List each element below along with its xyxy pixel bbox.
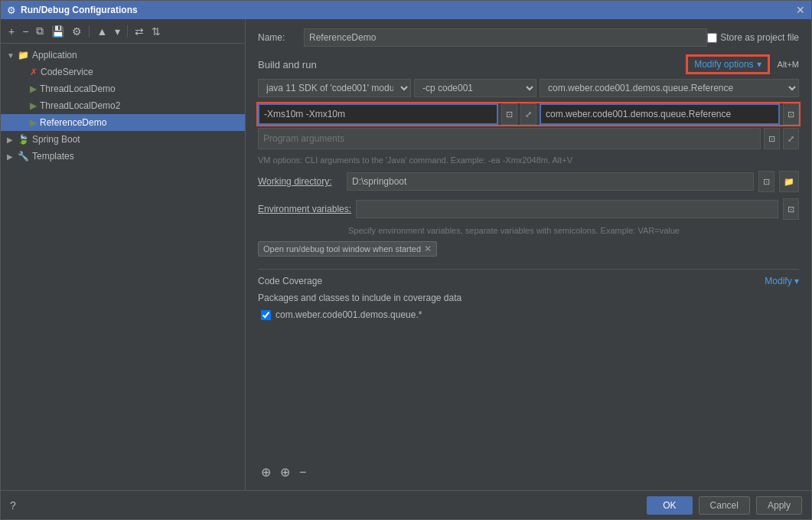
- modify-options-group: Modify options ▾ Alt+M: [687, 56, 799, 73]
- modify-options-button[interactable]: Modify options ▾: [687, 56, 768, 73]
- threadlocaldemo-icon: ▶: [30, 83, 37, 94]
- main-class-select[interactable]: com.weber.code001.demos.queue.Reference: [540, 79, 799, 97]
- env-vars-row: Environment variables: ⊡: [258, 198, 799, 220]
- group-springboot-label: Spring Boot: [32, 134, 80, 145]
- store-checkbox-row: Store as project file: [707, 32, 799, 43]
- program-args-row: ⊡ ⤢: [258, 128, 799, 152]
- config-codeservice[interactable]: ✗ CodeService: [1, 64, 245, 80]
- sdk-select[interactable]: java 11 SDK of 'code001' modu: [258, 79, 411, 97]
- remove-config-button[interactable]: −: [19, 24, 31, 39]
- working-dir-label: Working directory:: [258, 176, 342, 187]
- dialog-title: Run/Debug Configurations: [21, 5, 138, 15]
- main-copy-button[interactable]: ⊡: [783, 103, 799, 125]
- build-run-title: Build and run: [258, 59, 317, 70]
- group-application-label: Application: [32, 50, 77, 61]
- working-dir-browse-button[interactable]: 📁: [779, 171, 799, 192]
- group-springboot[interactable]: ▶ 🍃 Spring Boot: [1, 131, 245, 148]
- program-args-input[interactable]: [258, 128, 761, 149]
- close-button[interactable]: ✕: [796, 4, 805, 16]
- packages-label: Packages and classes to include in cover…: [258, 293, 799, 303]
- threadlocaldemo-label: ThreadLocalDemo: [40, 83, 116, 94]
- sort-button[interactable]: ⇄: [132, 24, 147, 39]
- toolbar: + − ⧉ 💾 ⚙ ▲ ▾ ⇄ ⇅: [1, 19, 245, 44]
- working-dir-copy-button[interactable]: ⊡: [758, 171, 774, 192]
- env-vars-edit-button[interactable]: ⊡: [783, 198, 799, 220]
- open-tool-tag-label: Open run/debug tool window when started: [263, 244, 421, 253]
- open-tool-tag: Open run/debug tool window when started …: [258, 241, 437, 257]
- right-panel: Name: Store as project file Build and ru…: [246, 19, 811, 490]
- save-config-button[interactable]: 💾: [48, 24, 67, 39]
- move-down-button[interactable]: ▾: [112, 24, 123, 39]
- left-panel: + − ⧉ 💾 ⚙ ▲ ▾ ⇄ ⇅ ▼ 📁 Application: [1, 19, 246, 490]
- toolbar-separator2: [127, 25, 128, 38]
- expand-arrow-springboot: ▶: [7, 136, 18, 144]
- codeservice-icon: ✗: [30, 67, 38, 77]
- name-row: Name: Store as project file: [258, 28, 799, 47]
- package-label: com.weber.code001.demos.queue.*: [276, 309, 422, 320]
- application-group-icon: 📁: [18, 50, 29, 61]
- title-bar: ⚙ Run/Debug Configurations ✕: [1, 1, 811, 19]
- cancel-button[interactable]: Cancel: [699, 496, 750, 515]
- referencedemo-icon: ▶: [30, 117, 37, 128]
- working-dir-input[interactable]: [347, 172, 754, 191]
- name-input[interactable]: [304, 28, 707, 47]
- env-vars-hint: Specify environment variables, separate …: [258, 226, 799, 235]
- dialog-buttons: OK Cancel Apply: [647, 496, 802, 515]
- expand-arrow-application: ▼: [7, 51, 18, 60]
- args-copy-button[interactable]: ⊡: [764, 128, 780, 149]
- coverage-modify-arrow: ▾: [794, 276, 799, 286]
- package-item: com.weber.code001.demos.queue.*: [258, 308, 799, 322]
- referencedemo-label: ReferenceDemo: [40, 117, 106, 128]
- expand-arrow-templates: ▶: [7, 152, 18, 161]
- bottom-buttons-row: ⊕ ⊕ −: [258, 463, 799, 481]
- cp-select[interactable]: -cp code001: [414, 79, 536, 97]
- vm-copy-button[interactable]: ⊡: [501, 103, 517, 125]
- add-config-button[interactable]: +: [5, 24, 18, 39]
- add-package-button[interactable]: ⊕: [258, 463, 274, 481]
- store-checkbox[interactable]: [707, 33, 717, 43]
- open-tool-tag-close[interactable]: ✕: [424, 244, 432, 254]
- env-vars-label: Environment variables:: [258, 204, 351, 214]
- group-application[interactable]: ▼ 📁 Application: [1, 47, 245, 64]
- build-run-header: Build and run Modify options ▾ Alt+M: [258, 56, 799, 73]
- dialog-icon: ⚙: [7, 5, 16, 16]
- remove-package-button[interactable]: −: [296, 464, 309, 481]
- modify-options-label: Modify options: [694, 59, 753, 70]
- group-templates[interactable]: ▶ 🔧 Templates: [1, 148, 245, 165]
- ok-button[interactable]: OK: [647, 496, 692, 515]
- args-expand-button[interactable]: ⤢: [783, 128, 799, 149]
- config-threadlocaldemo[interactable]: ▶ ThreadLocalDemo: [1, 80, 245, 97]
- sort2-button[interactable]: ⇅: [148, 24, 164, 39]
- threadlocaldemo2-icon: ▶: [30, 100, 37, 111]
- config-threadlocaldemo2[interactable]: ▶ ThreadLocalDemo2: [1, 97, 245, 114]
- sdk-row: java 11 SDK of 'code001' modu -cp code00…: [258, 79, 799, 97]
- main-class-input[interactable]: [540, 103, 780, 125]
- coverage-modify-button[interactable]: Modify ▾: [765, 276, 799, 286]
- modify-options-shortcut: Alt+M: [778, 60, 799, 69]
- move-up-button[interactable]: ▲: [93, 24, 110, 39]
- toolbar-separator: [89, 25, 90, 38]
- edit-config-button[interactable]: ⚙: [69, 24, 85, 39]
- group-templates-label: Templates: [32, 151, 74, 162]
- vm-main-row: ⊡ ⤢ ⊡: [258, 103, 799, 125]
- vm-options-hint: VM options: CLI arguments to the 'Java' …: [258, 155, 799, 165]
- copy-config-button[interactable]: ⧉: [33, 23, 47, 39]
- vm-expand-button[interactable]: ⤢: [520, 103, 536, 125]
- bottom-bar: ? OK Cancel Apply: [1, 490, 811, 519]
- config-referencedemo[interactable]: ▶ ReferenceDemo: [1, 114, 245, 131]
- code-coverage-title: Code Coverage: [258, 276, 322, 286]
- threadlocaldemo2-label: ThreadLocalDemo2: [40, 100, 120, 111]
- package-checkbox[interactable]: [261, 310, 271, 320]
- apply-button[interactable]: Apply: [756, 496, 802, 515]
- config-tree: ▼ 📁 Application ✗ CodeService ▶ ThreadLo…: [1, 44, 245, 490]
- main-content: + − ⧉ 💾 ⚙ ▲ ▾ ⇄ ⇅ ▼ 📁 Application: [1, 19, 811, 490]
- store-label: Store as project file: [720, 32, 799, 43]
- modify-options-arrow: ▾: [757, 59, 761, 70]
- env-vars-input[interactable]: [356, 200, 778, 218]
- working-dir-row: Working directory: ⊡ 📁: [258, 171, 799, 192]
- help-button[interactable]: ?: [10, 499, 16, 512]
- springboot-icon: 🍃: [18, 134, 29, 145]
- vm-options-input[interactable]: [258, 103, 498, 125]
- run-debug-dialog: ⚙ Run/Debug Configurations ✕ + − ⧉ 💾 ⚙ ▲…: [0, 0, 812, 520]
- add-package2-button[interactable]: ⊕: [277, 463, 293, 481]
